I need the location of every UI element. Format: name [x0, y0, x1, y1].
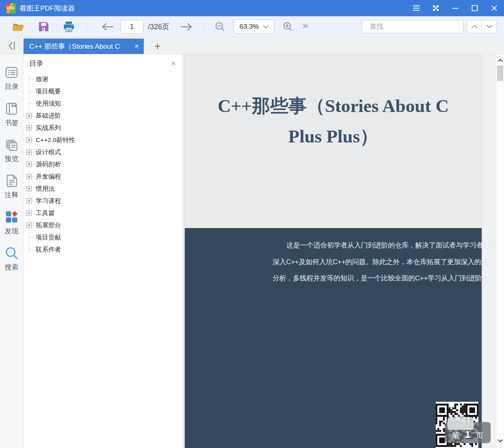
toc-item[interactable]: 设计模式	[24, 146, 182, 158]
titlebar: PDF 看图王PDF阅读器	[0, 0, 504, 16]
print-button[interactable]	[62, 20, 76, 33]
search-icon	[366, 23, 367, 30]
scroll-down-button[interactable]	[496, 437, 504, 445]
toolbar: /326页 63.3% »	[0, 16, 504, 37]
prev-page-button[interactable]	[101, 22, 114, 31]
document-tab[interactable]: C++ 那些事（Stories About C ×	[24, 39, 144, 54]
more-tools-button[interactable]: »	[303, 22, 308, 32]
zoom-level-select[interactable]: 63.3%	[234, 19, 274, 34]
expand-plus-icon[interactable]	[26, 125, 32, 131]
toc-item-label: 源码剖析	[36, 160, 61, 169]
expand-plus-icon[interactable]	[26, 186, 32, 192]
collapse-panel-button[interactable]	[0, 37, 24, 54]
toc-item-label: 使用须知	[36, 99, 61, 108]
minimize-icon	[452, 4, 459, 12]
annotation-document-icon	[4, 173, 19, 188]
toc-item[interactable]: 使用须知	[24, 97, 182, 110]
arrow-left-icon	[101, 22, 114, 31]
window-controls	[407, 0, 504, 16]
sidebar-item-bookmarks[interactable]: 书签	[0, 101, 24, 127]
page-total-label: /326页	[148, 22, 169, 32]
zoom-out-button[interactable]	[215, 22, 225, 32]
toc-item[interactable]: 项目概要	[24, 85, 182, 97]
vertical-scrollbar[interactable]	[496, 54, 504, 448]
toc-item[interactable]: 学习课程	[24, 195, 182, 207]
expand-plus-icon[interactable]	[26, 138, 32, 143]
toc-item[interactable]: 基础进阶	[24, 110, 182, 122]
page-indicator-input[interactable]	[448, 417, 474, 430]
description-line: 深入C++及如何入坑C++的问题。除此之外，本仓库拓展了更加深入的源码	[273, 254, 479, 271]
expand-plus-icon[interactable]	[26, 113, 32, 118]
zoom-in-button[interactable]	[283, 22, 293, 32]
fullscreen-button[interactable]	[426, 0, 446, 16]
sidebar-item-toc[interactable]: 目录	[0, 65, 24, 91]
main-area: 目录 书签 预览	[0, 54, 504, 448]
printer-icon	[62, 20, 76, 33]
arrow-right-icon	[180, 22, 193, 31]
sidebar-item-label: 目录	[5, 82, 19, 91]
open-file-button[interactable]	[11, 21, 25, 32]
expand-plus-icon[interactable]	[26, 211, 32, 216]
expand-plus-icon[interactable]	[26, 162, 32, 167]
sidebar-item-discover[interactable]: 发现	[0, 209, 24, 236]
save-button[interactable]	[37, 20, 50, 33]
sidebar-item-label: 搜索	[5, 263, 19, 272]
sidebar-item-annotations[interactable]: 注释	[0, 173, 24, 200]
app-logo-text: PDF	[7, 6, 15, 11]
find-next-button[interactable]	[482, 20, 496, 33]
sidebar-item-preview[interactable]: 预览	[0, 137, 24, 164]
page-number-input[interactable]	[120, 20, 143, 34]
toc-list-icon	[4, 65, 19, 80]
toc-item[interactable]: 联系作者	[24, 243, 182, 256]
toc-panel-close-icon[interactable]: ×	[171, 60, 176, 67]
discover-icon	[4, 209, 19, 224]
scroll-up-button[interactable]	[496, 56, 504, 65]
expand-plus-icon[interactable]	[26, 150, 32, 155]
titlebar-left: PDF 看图王PDF阅读器	[0, 3, 75, 13]
toc-item[interactable]: 项目贡献	[24, 231, 182, 243]
chevron-down-icon	[498, 439, 503, 442]
zoom-level-value: 63.3%	[239, 23, 259, 31]
collapse-left-icon	[6, 41, 17, 51]
toc-item[interactable]: 惯用法	[24, 183, 182, 195]
toc-item-label: 联系作者	[36, 246, 61, 254]
app-logo-icon: PDF	[6, 3, 16, 13]
find-input[interactable]	[370, 23, 459, 31]
app-window: PDF 看图王PDF阅读器	[0, 0, 504, 448]
sidebar-item-label: 书签	[5, 118, 19, 127]
save-floppy-icon	[37, 20, 50, 33]
next-page-button[interactable]	[180, 22, 193, 31]
toc-item[interactable]: 实战系列	[24, 122, 182, 134]
document-viewer[interactable]: C++那些事（Stories About C Plus Plus） 这是一个适合…	[183, 54, 504, 448]
expand-plus-icon[interactable]	[26, 174, 32, 179]
sidebar-item-search[interactable]: 搜索	[0, 246, 24, 272]
toc-item[interactable]: 并发编程	[24, 170, 182, 183]
find-previous-button[interactable]	[467, 20, 482, 33]
expand-plus-icon[interactable]	[26, 223, 32, 228]
app-title: 看图王PDF阅读器	[19, 4, 75, 13]
document-description: 这是一个适合初学者从入门到进阶的仓库，解决了面试者与学习者想要 深入C++及如何…	[273, 237, 479, 287]
tab-close-icon[interactable]: ×	[132, 42, 139, 51]
minimize-button[interactable]	[446, 0, 465, 16]
toc-item[interactable]: 致谢	[24, 73, 182, 85]
open-folder-icon	[11, 21, 25, 32]
pdf-page: C++那些事（Stories About C Plus Plus） 这是一个适合…	[185, 54, 482, 448]
menu-button[interactable]	[407, 0, 426, 16]
zoom-in-icon	[283, 22, 293, 32]
toc-item[interactable]: 源码剖析	[24, 158, 182, 170]
scrollbar-thumb[interactable]	[497, 65, 503, 81]
close-button[interactable]	[485, 0, 504, 16]
page-indicator-number: 1	[465, 429, 470, 440]
search-panel-icon	[4, 246, 19, 261]
toc-item[interactable]: 拓展部分	[24, 219, 182, 231]
new-tab-button[interactable]: +	[149, 39, 166, 54]
page-cover-bottom: 这是一个适合初学者从入门到进阶的仓库，解决了面试者与学习者想要 深入C++及如何…	[185, 228, 482, 448]
expand-plus-icon[interactable]	[26, 198, 32, 204]
toc-item[interactable]: C++2.0新特性	[24, 134, 182, 146]
toc-item[interactable]: 工具篇	[24, 207, 182, 219]
toolbar-separator	[204, 21, 204, 32]
toc-panel-title: 目录	[29, 59, 43, 68]
maximize-button[interactable]	[465, 0, 485, 16]
toc-item-label: 项目概要	[36, 87, 61, 96]
description-line: 分析，多线程并发等的知识，是一个比较全面的C++学习从入门到进阶提…	[273, 270, 479, 287]
